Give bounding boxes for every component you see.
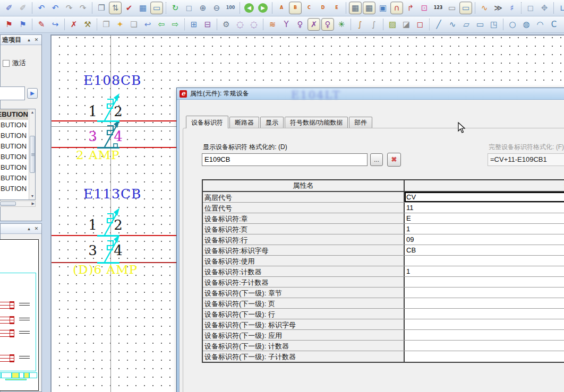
panel-minimize-icon[interactable]: ▴ xyxy=(25,225,32,232)
page-thumbnail[interactable] xyxy=(0,239,39,391)
property-value-cell[interactable]: E xyxy=(405,213,564,223)
property-value-cell[interactable] xyxy=(405,341,564,351)
polyline-tool-icon[interactable]: ∿ xyxy=(446,18,459,31)
numbering-123-icon[interactable]: 123 xyxy=(432,2,445,14)
format-paint-alt-icon[interactable]: ✐ xyxy=(16,2,29,14)
grid-on-icon[interactable]: ▦ xyxy=(349,2,362,14)
table-row[interactable]: 设备标识符(下一级): 子计数器 xyxy=(203,351,564,362)
remove-page-icon[interactable]: ✗ xyxy=(67,18,80,31)
column-header-name[interactable]: 属性名 xyxy=(203,180,405,191)
property-name-cell[interactable]: 设备标识符:页 xyxy=(203,224,405,234)
delete-dt-button[interactable]: ✖ xyxy=(387,153,401,167)
format-paint-icon[interactable]: ✐ xyxy=(3,2,15,14)
table-filter-icon[interactable]: ⊟ xyxy=(201,18,214,31)
terminal-ring-box-icon[interactable]: ♀ xyxy=(321,18,334,31)
table-row[interactable]: 设备标识符(下一级): 行 xyxy=(203,309,564,319)
prev-doc-icon[interactable]: ⇦ xyxy=(155,18,168,31)
property-value-cell[interactable] xyxy=(405,298,564,308)
property-name-cell[interactable]: 高层代号 xyxy=(203,192,405,202)
insert-image-icon[interactable]: ◪ xyxy=(400,18,413,31)
property-name-cell[interactable]: 设备标识符(下一级): 行 xyxy=(203,309,405,319)
tab-item[interactable]: 断路器 xyxy=(229,117,259,128)
property-name-cell[interactable]: 设备标识符:子计数器 xyxy=(203,277,405,287)
list-vertical-scrollbar[interactable]: ▲ ▼ xyxy=(29,109,35,199)
grid-b-icon[interactable]: B xyxy=(289,2,302,14)
table-row[interactable]: 设备标识符:页1 xyxy=(203,224,564,234)
conductor-grid-icon[interactable]: ♯ xyxy=(506,2,518,14)
project-list-item[interactable]: BUTION xyxy=(0,141,28,152)
zoom-area-icon[interactable]: ◻ xyxy=(183,2,195,14)
property-value-cell[interactable] xyxy=(405,256,564,266)
scroll-down-icon[interactable]: ▼ xyxy=(29,193,36,199)
redo-icon[interactable]: ↷ xyxy=(63,2,75,14)
arc-tool-icon[interactable]: ◠ xyxy=(534,18,546,31)
device-ring-alt-icon[interactable]: ◌ xyxy=(247,18,260,31)
table-row[interactable]: 设备标识符(下一级): 页 xyxy=(203,298,564,309)
property-name-cell[interactable]: 位置代号 xyxy=(203,203,405,213)
property-name-cell[interactable]: 设备标识符(下一级): 子计数器 xyxy=(203,351,405,362)
panel-close-icon[interactable]: ✕ xyxy=(33,225,40,232)
object-frame-icon[interactable]: ▣ xyxy=(377,2,389,14)
page-forward-icon[interactable]: ▶ xyxy=(257,2,269,14)
edit-page-icon[interactable]: ✎ xyxy=(35,18,48,31)
terminal-x-icon[interactable]: ✗ xyxy=(307,18,320,31)
table-row[interactable]: 设备标识符(下一级): 计数器 xyxy=(203,341,564,351)
magnet-snap-icon[interactable]: ∩ xyxy=(390,2,403,14)
property-name-cell[interactable]: 设备标识符:行 xyxy=(203,234,405,245)
grid-d-icon[interactable]: D xyxy=(317,2,329,14)
zoom-100-icon[interactable]: 100 xyxy=(224,2,237,14)
project-listbox[interactable]: EBUTIONBUTIONBUTIONBUTIONBUTIONBUTIONBUT… xyxy=(0,109,36,200)
terminal-funnel-icon[interactable]: Y xyxy=(280,18,293,31)
redo-list-icon[interactable]: ↷ xyxy=(76,2,89,14)
polygon-tool-icon[interactable]: ▱ xyxy=(460,18,473,31)
scrollbar-thumb[interactable] xyxy=(30,136,35,173)
table-row[interactable]: 设备标识符:章E xyxy=(203,213,564,224)
list-horizontal-scrollbar[interactable]: ▶ xyxy=(0,201,36,207)
tab-item[interactable]: 符号数据/功能数据 xyxy=(285,117,348,128)
panel-minimize-icon[interactable]: ▴ xyxy=(25,37,32,43)
cable-def-icon[interactable]: ∫ xyxy=(354,18,366,31)
scrollbar-thumb[interactable] xyxy=(0,202,16,206)
copy-doc-icon[interactable]: ❐ xyxy=(100,18,113,31)
device-ring-icon[interactable]: ◌ xyxy=(234,18,246,31)
ellipse-tool-icon[interactable]: ⊘ xyxy=(561,18,564,31)
table-row[interactable]: 设备标识符:计数器1 xyxy=(203,266,564,277)
browse-button[interactable]: ... xyxy=(370,153,383,166)
property-name-cell[interactable]: 设备标识符(下一级): 页 xyxy=(203,298,405,308)
table-row[interactable]: 设备标识符:子计数器 xyxy=(203,277,564,288)
property-name-cell[interactable]: 设备标识符:使用 xyxy=(203,256,405,266)
property-name-cell[interactable]: 设备标识符(下一级): 计数器 xyxy=(203,341,405,351)
property-value-cell[interactable] xyxy=(405,309,564,319)
dialog-titlebar[interactable]: E104LT e 属性(元件): 常规设备 xyxy=(177,88,564,100)
table-row[interactable]: 设备标识符:标识字母CB xyxy=(203,245,564,256)
magnet-move-icon[interactable]: ↱ xyxy=(404,2,417,14)
selection-marquee-icon[interactable]: ◻ xyxy=(524,2,537,14)
check-project-icon[interactable]: ✔ xyxy=(123,2,135,14)
circle-tool-icon[interactable]: ○ xyxy=(506,18,519,31)
curve-tool-icon[interactable]: C xyxy=(548,18,560,31)
refresh-icon[interactable]: ↻ xyxy=(169,2,182,14)
zoom-out-icon[interactable]: ⊖ xyxy=(210,2,223,14)
dimension-icon[interactable]: ▭ xyxy=(459,2,472,14)
goto-graphic-icon[interactable]: ↪ xyxy=(49,18,62,31)
cable-def-alt-icon[interactable]: ∫ xyxy=(368,18,380,31)
device-gears-icon[interactable]: ⚙ xyxy=(220,18,233,31)
table-row[interactable]: 位置代号11 xyxy=(203,203,564,213)
snap-grid-icon[interactable]: ▦ xyxy=(363,2,375,14)
resize-handles-icon[interactable]: ✥ xyxy=(538,2,551,14)
property-value-cell[interactable]: 09 xyxy=(405,234,564,245)
activate-checkbox[interactable] xyxy=(3,60,10,67)
project-list-item[interactable]: EBUTION xyxy=(0,109,28,120)
region-star-icon[interactable]: ◻ xyxy=(414,18,426,31)
table-row[interactable]: 设备标识符(下一级): 标识字母 xyxy=(203,319,564,330)
circle-fill-tool-icon[interactable]: ◍ xyxy=(520,18,533,31)
project-list-item[interactable]: BUTION xyxy=(0,162,28,173)
property-name-cell[interactable]: 设备标识符(下一级): 标识字母 xyxy=(203,319,405,329)
nav-flag-icon[interactable]: ⚑ xyxy=(16,18,29,31)
grid-c-icon[interactable]: C xyxy=(303,2,315,14)
terminal-strip-icon[interactable]: ≋ xyxy=(266,18,279,31)
property-value-cell[interactable] xyxy=(405,288,564,298)
line-tool-icon[interactable]: ╱ xyxy=(432,18,445,31)
terminal-ring-icon[interactable]: ♀ xyxy=(294,18,306,31)
rectangle-tool-icon[interactable]: ▭ xyxy=(474,18,486,31)
